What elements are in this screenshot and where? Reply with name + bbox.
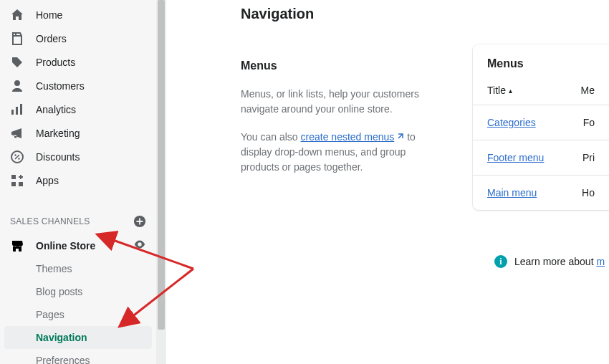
info-icon: i [494, 255, 507, 268]
svg-rect-4 [11, 175, 16, 179]
nav-home[interactable]: Home [0, 3, 156, 27]
nav-customers[interactable]: Customers [0, 74, 156, 97]
learn-more: i Learn more about m [494, 255, 605, 268]
nav-label: Apps [36, 175, 59, 186]
store-icon [10, 239, 24, 253]
row-items: Ho [582, 187, 595, 198]
discounts-icon [10, 150, 24, 164]
external-link-icon [395, 130, 404, 139]
table-row: Categories Fo [473, 105, 609, 140]
table-row: Main menu Ho [473, 176, 609, 210]
row-items: Fo [583, 117, 595, 128]
channel-label: Online Store [36, 240, 133, 252]
svg-rect-5 [11, 182, 16, 186]
nav-label: Marketing [36, 128, 80, 139]
home-icon [10, 8, 24, 22]
products-icon [10, 55, 24, 70]
nav-label: Analytics [36, 104, 76, 115]
table-header: Title ▴ Me [473, 79, 609, 105]
orders-icon [10, 32, 24, 46]
menu-link-footer[interactable]: Footer menu [487, 152, 582, 163]
svg-rect-6 [19, 182, 23, 186]
subnav-preferences[interactable]: Preferences [0, 349, 156, 364]
view-store-icon[interactable] [133, 238, 146, 253]
nav-orders[interactable]: Orders [0, 27, 156, 50]
row-items: Pri [582, 152, 595, 163]
add-channel-icon[interactable] [133, 215, 146, 228]
menu-link-categories[interactable]: Categories [487, 117, 583, 128]
nav-label: Orders [36, 33, 67, 44]
nav-discounts[interactable]: Discounts [0, 145, 156, 168]
create-nested-menus-link[interactable]: create nested menus [301, 131, 405, 143]
svg-rect-2 [20, 104, 22, 115]
subnav-themes[interactable]: Themes [0, 257, 156, 280]
menus-description-1: Menus, or link lists, help your customer… [241, 87, 437, 117]
nav-analytics[interactable]: Analytics [0, 97, 156, 121]
column-menu-items[interactable]: Me [581, 85, 595, 96]
apps-icon [10, 173, 24, 188]
nav-products[interactable]: Products [0, 50, 156, 74]
analytics-icon [10, 102, 24, 117]
menu-link-main[interactable]: Main menu [487, 187, 582, 198]
sidebar: Home Orders Products Customers Analytics… [0, 0, 156, 364]
card-heading: Menus [473, 44, 609, 79]
marketing-icon [10, 126, 24, 140]
nav-apps[interactable]: Apps [0, 168, 156, 192]
nav-label: Home [36, 9, 62, 21]
channel-online-store[interactable]: Online Store [0, 234, 156, 257]
column-title[interactable]: Title ▴ [487, 85, 581, 96]
table-row: Footer menu Pri [473, 140, 609, 176]
scrollbar-thumb[interactable] [158, 0, 165, 330]
nav-label: Customers [36, 80, 85, 92]
section-label: SALES CHANNELS [10, 216, 90, 226]
customers-icon [10, 79, 24, 93]
nav-marketing[interactable]: Marketing [0, 121, 156, 145]
svg-rect-1 [16, 107, 18, 115]
menus-description-2: You can also create nested menus to disp… [241, 130, 437, 175]
nav-label: Products [36, 57, 75, 68]
sales-channels-header: SALES CHANNELS [0, 205, 156, 234]
subnav-navigation[interactable]: Navigation [4, 326, 152, 349]
page-title: Navigation [241, 6, 609, 22]
subnav-pages[interactable]: Pages [0, 303, 156, 326]
svg-rect-0 [11, 110, 14, 115]
nav-label: Discounts [36, 151, 80, 163]
sort-ascending-icon: ▴ [509, 87, 512, 95]
sidebar-scrollbar[interactable] [156, 0, 166, 364]
menus-heading: Menus [241, 59, 437, 72]
menus-card: Menus Title ▴ Me Categories Fo Footer me… [473, 44, 609, 210]
learn-more-link[interactable]: m [596, 256, 605, 267]
subnav-blogposts[interactable]: Blog posts [0, 280, 156, 303]
